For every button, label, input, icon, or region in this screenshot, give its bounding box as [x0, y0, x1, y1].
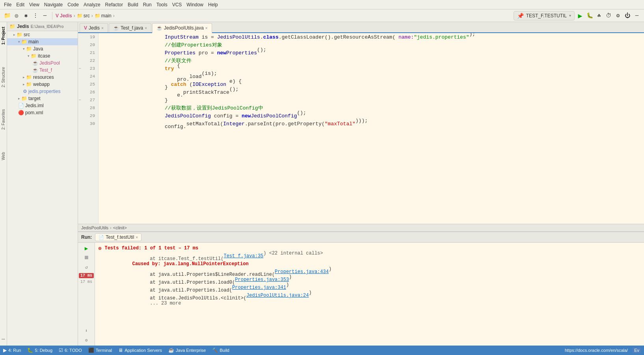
run-body: ▶ ⏹ ↺ 17 ms 17 ms ⬇ ⚙ ⊗ Tests failed: 1 … — [78, 243, 644, 346]
debug-button[interactable]: 🐛 — [586, 12, 594, 20]
menu-run[interactable]: Run — [141, 1, 154, 8]
tree-item-itcase[interactable]: ▾ 📁 itcase — [7, 52, 78, 59]
test-failed-label: Tests failed: 1 of 1 test – 17 ms — [104, 245, 198, 251]
side-tab-project[interactable]: 1: Project — [0, 24, 6, 48]
run-tab-close[interactable]: × — [136, 235, 138, 240]
menu-bar: File Edit View Navigate Code Analyze Ref… — [0, 0, 644, 9]
run-output[interactable]: ⊗ Tests failed: 1 of 1 test – 17 ms at i… — [95, 243, 644, 346]
tree-label-main: main — [28, 39, 39, 45]
menu-navigate[interactable]: Navigate — [42, 1, 65, 8]
menu-code[interactable]: Code — [65, 1, 81, 8]
coverage-button[interactable]: ☘ — [595, 12, 603, 20]
run-config-chevron: ▾ — [569, 13, 571, 18]
settings-button[interactable]: ⚙ — [614, 12, 622, 20]
toolbar-sep-1 — [52, 12, 52, 20]
toolbar: 📁 ◎ ✱ ⋮ ─ V Jedis › 📁 src › 📁 main › 📌 T… — [0, 9, 644, 22]
side-tab-structure[interactable]: 2: Structure — [0, 64, 6, 91]
status-java-enterprise[interactable]: ☕ Java Enterprise — [168, 348, 206, 353]
run-stop-btn[interactable]: ⏹ — [82, 254, 90, 262]
run-play-btn[interactable]: ▶ — [82, 244, 90, 252]
status-url-text: https://docs.oracle.com/en/scala/ — [565, 348, 628, 353]
run-scroll-btn[interactable]: ⬇ — [82, 327, 90, 335]
breadcrumb-src[interactable]: 📁 src — [77, 13, 90, 19]
status-todo-icon: ☑ — [59, 348, 63, 353]
iml-icon: 📄 — [18, 103, 24, 108]
tab-jedispoolutils[interactable]: ☕ JedisPoolUtils.java × — [152, 23, 212, 33]
tree-label-java: Java — [33, 46, 43, 52]
tab-jedis-close[interactable]: × — [101, 26, 104, 30]
folder-expand-icon-3: ▾ — [23, 47, 25, 51]
tree-item-java[interactable]: ▾ 📁 Java — [7, 45, 78, 52]
code-editor: 19 20 21 22 — 23 24 25 26 — 27 28 — [78, 33, 644, 231]
status-run[interactable]: ▶ 4: Run — [3, 348, 21, 353]
folder-expand-icon-2: ▾ — [18, 40, 20, 44]
tree-item-src[interactable]: ▸ 📁 src — [7, 31, 78, 38]
run-button[interactable]: ▶ — [576, 12, 584, 20]
tree-item-jedis-props[interactable]: ⚙ jedis.properties — [7, 88, 78, 95]
tree-title: Jedis — [17, 24, 29, 29]
java-jedispool-icon: ☕ — [32, 60, 38, 66]
tab-jedispoolutils-icon: ☕ — [156, 25, 162, 31]
run-panel-header: Run: 📄 Test_f.testUtil × — [78, 232, 644, 243]
tree-label-iml: Jedis.iml — [25, 103, 44, 108]
menu-view[interactable]: View — [27, 1, 42, 8]
toolbar-close-icon[interactable]: ─ — [41, 12, 49, 20]
tab-testf[interactable]: ☕ Test_f.java × — [109, 23, 151, 32]
toolbar-menu-icon[interactable]: ⋮ — [32, 12, 39, 20]
tree-item-testf[interactable]: ☕ Test_f — [7, 67, 78, 74]
status-build[interactable]: 🔨 Build — [212, 348, 229, 353]
menu-analyze[interactable]: Analyze — [81, 1, 103, 8]
tab-jedis[interactable]: V Jedis × — [80, 23, 108, 32]
status-todo[interactable]: ☑ 6: TODO — [59, 348, 82, 353]
run-config-dropdown[interactable]: 📌 TEST_F.TESTUTIL ▾ — [514, 11, 575, 20]
fold-indicator-27: — — [79, 98, 81, 102]
tree-item-main[interactable]: ▾ 📁 main — [7, 38, 78, 45]
side-tab-favorites[interactable]: 2: Favorites — [0, 106, 6, 133]
breadcrumb-jedis[interactable]: V Jedis — [56, 13, 72, 19]
profile-button[interactable]: ⏱ — [605, 12, 612, 20]
tree-item-pom-xml[interactable]: 🔴 pom.xml — [7, 109, 78, 116]
menu-refactor[interactable]: Refactor — [103, 1, 125, 8]
tab-testf-close[interactable]: × — [145, 26, 147, 30]
tree-item-jedis-iml[interactable]: 📄 Jedis.iml — [7, 102, 78, 109]
breadcrumb-main[interactable]: 📁 main — [95, 13, 112, 19]
side-tab-more[interactable]: ⋯ — [2, 336, 5, 342]
tree-label-target: target — [28, 96, 41, 101]
breadcrumb-sep-1: › — [74, 13, 75, 19]
menu-file[interactable]: File — [2, 1, 14, 8]
run-rerun-btn[interactable]: ↺ — [82, 263, 90, 271]
breadcrumb: V Jedis › 📁 src › 📁 main › — [56, 13, 115, 19]
folder-webapp-icon: 📁 — [26, 82, 32, 87]
menu-build[interactable]: Build — [125, 1, 141, 8]
tree-item-jedispool[interactable]: ☕ JedisPool — [7, 59, 78, 67]
tree-item-resources[interactable]: ▸ 📁 resources — [7, 74, 78, 81]
status-url[interactable]: https://docs.oracle.com/en/scala/ Ev — [565, 348, 641, 353]
toolbar-project-icon: 📁 — [3, 12, 11, 20]
side-tab-web[interactable]: Web — [0, 149, 6, 163]
status-build-icon: 🔨 — [212, 348, 218, 353]
status-debug[interactable]: 🐛 5: Debug — [27, 348, 52, 353]
status-appservers[interactable]: 🖥 Application Servers — [118, 348, 162, 353]
tab-jedispoolutils-close[interactable]: × — [205, 26, 208, 30]
tree-label: src — [24, 32, 30, 37]
menu-tools[interactable]: Tools — [154, 1, 170, 8]
toolbar-icon-2[interactable]: ✱ — [22, 12, 30, 20]
tree-item-target[interactable]: ▸ 📁 target — [7, 95, 78, 102]
run-settings-btn[interactable]: ⚙ — [82, 336, 90, 344]
status-terminal[interactable]: ⬛ Terminal — [88, 348, 112, 353]
power-button[interactable]: ⏻ — [624, 12, 631, 20]
status-appservers-label: Application Servers — [125, 348, 162, 353]
run-tab-testf[interactable]: 📄 Test_f.testUtil × — [95, 233, 141, 241]
menu-vcs[interactable]: VCS — [170, 1, 184, 8]
status-build-label: Build — [220, 348, 229, 353]
tree-item-webapp[interactable]: ▸ 📁 webapp — [7, 81, 78, 88]
code-content[interactable]: InputStream is = JedisPoolUtils.class.ge… — [99, 33, 644, 224]
toolbar-icon-1[interactable]: ◎ — [13, 12, 20, 20]
minimize-button[interactable]: ─ — [633, 12, 641, 20]
menu-window[interactable]: Window — [184, 1, 206, 8]
fold-indicator-23: — — [79, 67, 81, 71]
menu-edit[interactable]: Edit — [14, 1, 27, 8]
pin-icon: 📌 — [517, 13, 524, 19]
menu-help[interactable]: Help — [206, 1, 220, 8]
status-debug-icon: 🐛 — [27, 348, 33, 353]
